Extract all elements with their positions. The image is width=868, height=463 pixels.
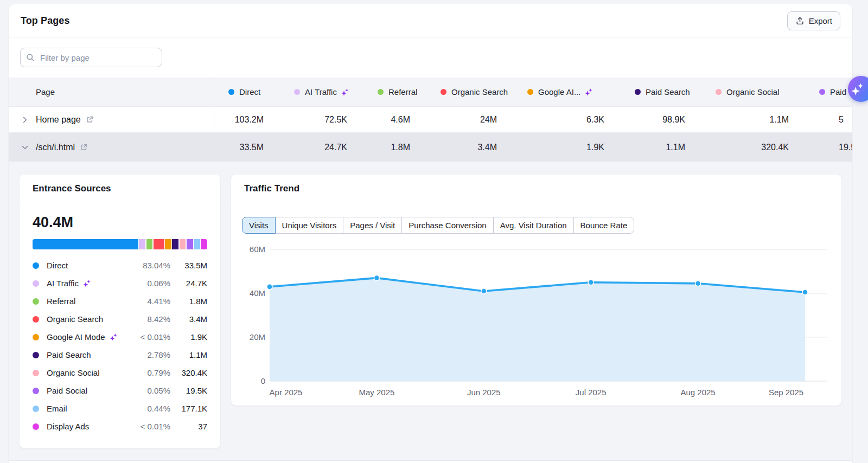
traffic-trend-title: Traffic Trend [231,175,841,203]
column-header-direct: Direct [214,78,286,106]
legend-label: Direct [47,261,129,270]
legend-value: 19.5K [170,386,207,395]
column-header-organic-search: Organic Search [433,78,520,106]
value-cell: 5 [812,107,852,132]
bar-segment-organic-search [154,239,164,249]
sparkle-icon [109,333,118,342]
column-label: Google AI... [538,87,580,97]
table-row[interactable]: /sch/i.html33.5M24.7K1.8M3.4M1.9K1.1M320… [9,133,852,162]
tab-visits[interactable]: Visits [242,217,276,234]
legend-dot [819,89,825,95]
value-cell: 24M [433,107,520,132]
legend-label: Referral [47,297,129,306]
column-label: Organic Social [726,87,780,97]
value-cell: 320.4K [708,133,812,162]
legend-value: 3.4M [170,314,207,324]
legend-dot [33,280,39,287]
value-cell: 1.1M [708,107,812,132]
bar-segment-ai-traffic [139,239,145,249]
legend-pct: 0.05% [129,386,170,395]
legend-value: 1.1M [170,350,207,359]
sparkles-icon [850,82,865,97]
tab-purchase-conversion[interactable]: Purchase Conversion [401,217,493,234]
expanded-panel: Entrance Sources 40.4M Direct83.04%33.5M… [9,162,852,460]
filter-input[interactable] [39,53,156,63]
legend-dot [635,89,641,95]
bar-segment-paid-social [187,239,193,249]
tab-unique-visitors[interactable]: Unique Visitors [275,217,344,234]
svg-text:Apr 2025: Apr 2025 [270,388,303,397]
export-button[interactable]: Export [787,11,840,30]
external-link-icon[interactable] [86,115,94,124]
legend-pct: < 0.01% [129,332,170,342]
chevron-down-icon[interactable] [20,143,30,152]
entrance-sources-title: Entrance Sources [20,175,220,203]
external-link-icon[interactable] [80,143,88,151]
value-cell: 3.4M [433,133,520,162]
value-cell: 98.9K [627,107,708,132]
legend-dot [33,334,39,340]
bar-segment-email [194,239,200,249]
entrance-total: 40.4M [33,214,207,231]
legend-label: Organic Search [47,314,129,324]
legend-dot [33,423,39,430]
legend-value: 320.4K [170,368,207,377]
legend-item: Organic Search8.42%3.4M [33,310,207,328]
svg-text:20M: 20M [250,332,265,342]
legend-item: Paid Search2.78%1.1M [33,346,207,364]
value-cell: 72.5K [286,107,370,132]
top-pages-card: Top Pages Export Page DirectAI TrafficR [9,4,852,463]
legend-pct: 83.04% [129,261,170,270]
traffic-trend-card: Traffic Trend VisitsUnique VisitorsPages… [231,175,841,406]
page-cell: /sch/i.html [9,133,214,162]
svg-text:Aug 2025: Aug 2025 [680,388,715,397]
chevron-right-icon[interactable] [20,115,30,125]
metric-tabs: VisitsUnique VisitorsPages / VisitPurcha… [242,217,634,234]
sparkle-icon [341,88,349,97]
legend-dot [33,406,39,412]
legend-dot [527,89,533,95]
legend-item: Referral4.41%1.8M [33,292,207,310]
page-cell: Home page [9,107,214,132]
legend-label: Google AI Mode [47,332,129,342]
table-row[interactable]: Home page103.2M72.5K4.6M24M6.3K98.9K1.1M… [9,107,852,133]
bar-segment-google-ai-mode [165,239,171,249]
legend-label: Organic Social [47,368,129,377]
page-name: /sch/i.html [36,143,75,152]
column-label: Organic Search [451,87,508,97]
next-table-row-partial[interactable] [9,460,852,463]
legend-value: 1.9K [170,332,207,342]
svg-text:Sep 2025: Sep 2025 [769,388,803,397]
bar-segment-direct [33,239,138,249]
legend-dot [378,89,384,95]
search-icon [26,53,35,62]
column-header-paid-social: Paid Social [812,78,852,106]
legend-dot [441,89,446,95]
tab-avg-visit-duration[interactable]: Avg. Visit Duration [493,217,574,234]
export-label: Export [809,16,832,25]
legend-value: 1.8M [170,297,207,306]
value-cell: 103.2M [214,107,286,132]
page-name: Home page [36,115,81,125]
column-header-google-ai-: Google AI... [520,78,627,106]
svg-text:60M: 60M [250,245,265,254]
column-header-referral: Referral [370,78,433,106]
tab-bounce-rate[interactable]: Bounce Rate [573,217,635,234]
page-column-header: Page [9,78,214,106]
table-header-row: Page DirectAI TrafficReferralOrganic Sea… [9,78,852,107]
legend-value: 24.7K [170,279,207,288]
legend-label: Display Ads [47,422,129,431]
card-header: Top Pages Export [9,4,852,37]
column-label: AI Traffic [305,87,337,97]
entrance-stacked-bar [33,239,207,249]
legend-item: Paid Social0.05%19.5K [33,382,207,400]
page-title: Top Pages [21,15,70,27]
svg-text:40M: 40M [250,288,265,298]
entrance-sources-card: Entrance Sources 40.4M Direct83.04%33.5M… [20,175,220,448]
top-pages-table: Page DirectAI TrafficReferralOrganic Sea… [9,78,852,162]
tab-pages-visit[interactable]: Pages / Visit [343,217,402,234]
svg-text:May 2025: May 2025 [359,388,394,397]
legend-pct: 0.44% [129,404,170,413]
legend-dot [294,89,300,95]
legend-item: AI Traffic0.06%24.7K [33,274,207,292]
